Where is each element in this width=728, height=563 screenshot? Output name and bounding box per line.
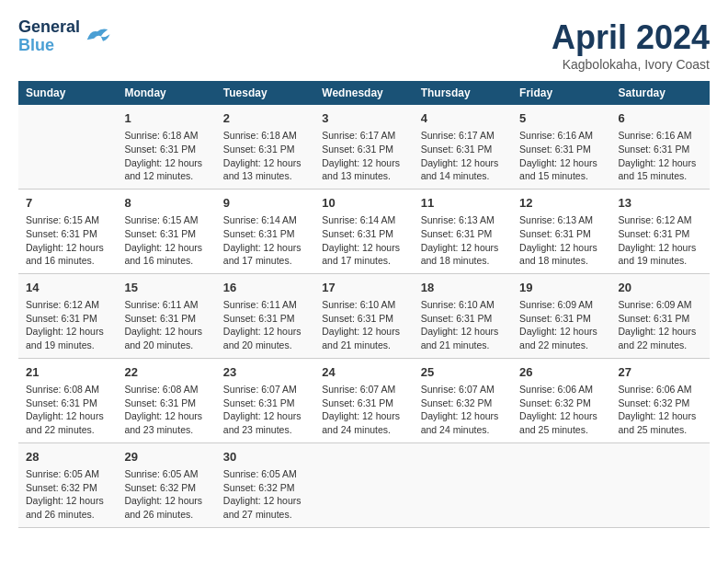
day-number: 7 [26, 195, 109, 212]
calendar-cell: 16Sunrise: 6:11 AM Sunset: 6:31 PM Dayli… [216, 273, 314, 358]
calendar-cell: 14Sunrise: 6:12 AM Sunset: 6:31 PM Dayli… [18, 273, 117, 358]
day-info: Sunrise: 6:07 AM Sunset: 6:32 PM Dayligh… [421, 383, 505, 437]
weekday-header: Tuesday [216, 81, 314, 105]
calendar-week-row: 1Sunrise: 6:18 AM Sunset: 6:31 PM Daylig… [18, 105, 710, 189]
day-info: Sunrise: 6:10 AM Sunset: 6:31 PM Dayligh… [421, 298, 505, 352]
calendar-cell: 20Sunrise: 6:09 AM Sunset: 6:31 PM Dayli… [611, 273, 710, 358]
day-number: 23 [223, 364, 307, 381]
calendar-cell: 27Sunrise: 6:06 AM Sunset: 6:32 PM Dayli… [611, 358, 710, 442]
day-info: Sunrise: 6:07 AM Sunset: 6:31 PM Dayligh… [223, 383, 307, 437]
day-info: Sunrise: 6:05 AM Sunset: 6:32 PM Dayligh… [223, 467, 307, 522]
day-number: 2 [223, 110, 307, 127]
day-info: Sunrise: 6:13 AM Sunset: 6:31 PM Dayligh… [519, 213, 603, 268]
logo-bird-icon [84, 25, 111, 48]
weekday-header: Friday [512, 81, 610, 105]
calendar-cell: 21Sunrise: 6:08 AM Sunset: 6:31 PM Dayli… [18, 358, 117, 442]
calendar-cell: 8Sunrise: 6:15 AM Sunset: 6:31 PM Daylig… [117, 189, 215, 273]
weekday-header: Thursday [414, 81, 512, 105]
calendar-cell: 9Sunrise: 6:14 AM Sunset: 6:31 PM Daylig… [216, 189, 314, 273]
calendar-cell: 10Sunrise: 6:14 AM Sunset: 6:31 PM Dayli… [314, 189, 413, 273]
day-info: Sunrise: 6:16 AM Sunset: 6:31 PM Dayligh… [519, 129, 603, 183]
calendar-week-row: 21Sunrise: 6:08 AM Sunset: 6:31 PM Dayli… [18, 358, 710, 442]
day-number: 10 [322, 195, 405, 212]
weekday-header: Monday [117, 81, 215, 105]
day-info: Sunrise: 6:09 AM Sunset: 6:31 PM Dayligh… [619, 298, 702, 352]
day-number: 30 [223, 449, 307, 465]
day-number: 16 [223, 280, 307, 296]
day-number: 15 [124, 280, 208, 296]
weekday-header: Wednesday [314, 81, 413, 105]
calendar-cell: 5Sunrise: 6:16 AM Sunset: 6:31 PM Daylig… [512, 105, 610, 189]
day-info: Sunrise: 6:06 AM Sunset: 6:32 PM Dayligh… [519, 383, 603, 437]
calendar-cell: 7Sunrise: 6:15 AM Sunset: 6:31 PM Daylig… [18, 189, 117, 273]
calendar-cell [314, 442, 413, 527]
calendar-body: 1Sunrise: 6:18 AM Sunset: 6:31 PM Daylig… [18, 105, 710, 527]
day-info: Sunrise: 6:10 AM Sunset: 6:31 PM Dayligh… [322, 298, 405, 352]
calendar-cell: 18Sunrise: 6:10 AM Sunset: 6:31 PM Dayli… [414, 273, 512, 358]
day-number: 17 [322, 280, 405, 296]
day-info: Sunrise: 6:11 AM Sunset: 6:31 PM Dayligh… [124, 298, 208, 352]
day-info: Sunrise: 6:09 AM Sunset: 6:31 PM Dayligh… [519, 298, 603, 352]
day-info: Sunrise: 6:13 AM Sunset: 6:31 PM Dayligh… [421, 213, 505, 268]
calendar-cell: 29Sunrise: 6:05 AM Sunset: 6:32 PM Dayli… [117, 442, 215, 527]
day-number: 22 [124, 364, 208, 381]
day-info: Sunrise: 6:15 AM Sunset: 6:31 PM Dayligh… [124, 213, 208, 268]
day-info: Sunrise: 6:08 AM Sunset: 6:31 PM Dayligh… [26, 383, 109, 437]
day-number: 26 [519, 364, 603, 381]
day-number: 25 [421, 364, 505, 381]
calendar-week-row: 14Sunrise: 6:12 AM Sunset: 6:31 PM Dayli… [18, 273, 710, 358]
calendar-cell: 28Sunrise: 6:05 AM Sunset: 6:32 PM Dayli… [18, 442, 117, 527]
day-number: 29 [124, 449, 208, 465]
day-number: 4 [421, 110, 505, 127]
calendar-cell: 13Sunrise: 6:12 AM Sunset: 6:31 PM Dayli… [611, 189, 710, 273]
day-info: Sunrise: 6:15 AM Sunset: 6:31 PM Dayligh… [26, 213, 109, 268]
calendar-week-row: 7Sunrise: 6:15 AM Sunset: 6:31 PM Daylig… [18, 189, 710, 273]
month-title: April 2024 [552, 18, 710, 57]
day-number: 21 [26, 364, 109, 381]
day-number: 20 [619, 280, 702, 296]
calendar-header: SundayMondayTuesdayWednesdayThursdayFrid… [18, 81, 710, 105]
calendar-week-row: 28Sunrise: 6:05 AM Sunset: 6:32 PM Dayli… [18, 442, 710, 527]
day-info: Sunrise: 6:08 AM Sunset: 6:31 PM Dayligh… [124, 383, 208, 437]
day-number: 6 [619, 110, 702, 127]
day-number: 9 [223, 195, 307, 212]
logo: GeneralBlue [18, 18, 111, 55]
day-info: Sunrise: 6:05 AM Sunset: 6:32 PM Dayligh… [124, 467, 208, 522]
calendar-cell: 24Sunrise: 6:07 AM Sunset: 6:31 PM Dayli… [314, 358, 413, 442]
day-info: Sunrise: 6:16 AM Sunset: 6:31 PM Dayligh… [619, 129, 702, 183]
calendar-cell: 19Sunrise: 6:09 AM Sunset: 6:31 PM Dayli… [512, 273, 610, 358]
calendar-cell [414, 442, 512, 527]
day-info: Sunrise: 6:18 AM Sunset: 6:31 PM Dayligh… [223, 129, 307, 183]
day-number: 1 [124, 110, 208, 127]
calendar-cell: 26Sunrise: 6:06 AM Sunset: 6:32 PM Dayli… [512, 358, 610, 442]
day-number: 12 [519, 195, 603, 212]
day-number: 18 [421, 280, 505, 296]
title-area: April 2024 Kagbolokaha, Ivory Coast [552, 18, 710, 72]
day-number: 5 [519, 110, 603, 127]
calendar-cell: 12Sunrise: 6:13 AM Sunset: 6:31 PM Dayli… [512, 189, 610, 273]
day-info: Sunrise: 6:12 AM Sunset: 6:31 PM Dayligh… [619, 213, 702, 268]
calendar-cell: 30Sunrise: 6:05 AM Sunset: 6:32 PM Dayli… [216, 442, 314, 527]
day-number: 28 [26, 449, 109, 465]
day-info: Sunrise: 6:17 AM Sunset: 6:31 PM Dayligh… [322, 129, 405, 183]
calendar-cell: 6Sunrise: 6:16 AM Sunset: 6:31 PM Daylig… [611, 105, 710, 189]
header: GeneralBlue April 2024 Kagbolokaha, Ivor… [18, 18, 710, 72]
header-row: SundayMondayTuesdayWednesdayThursdayFrid… [18, 81, 710, 105]
day-info: Sunrise: 6:11 AM Sunset: 6:31 PM Dayligh… [223, 298, 307, 352]
day-number: 13 [619, 195, 702, 212]
calendar-cell: 11Sunrise: 6:13 AM Sunset: 6:31 PM Dayli… [414, 189, 512, 273]
calendar-cell: 2Sunrise: 6:18 AM Sunset: 6:31 PM Daylig… [216, 105, 314, 189]
calendar-table: SundayMondayTuesdayWednesdayThursdayFrid… [18, 81, 710, 528]
day-number: 14 [26, 280, 109, 296]
day-info: Sunrise: 6:07 AM Sunset: 6:31 PM Dayligh… [322, 383, 405, 437]
day-info: Sunrise: 6:18 AM Sunset: 6:31 PM Dayligh… [124, 129, 208, 183]
day-number: 8 [124, 195, 208, 212]
calendar-cell: 23Sunrise: 6:07 AM Sunset: 6:31 PM Dayli… [216, 358, 314, 442]
calendar-cell: 3Sunrise: 6:17 AM Sunset: 6:31 PM Daylig… [314, 105, 413, 189]
calendar-cell: 1Sunrise: 6:18 AM Sunset: 6:31 PM Daylig… [117, 105, 215, 189]
day-info: Sunrise: 6:12 AM Sunset: 6:31 PM Dayligh… [26, 298, 109, 352]
weekday-header: Sunday [18, 81, 117, 105]
calendar-cell: 22Sunrise: 6:08 AM Sunset: 6:31 PM Dayli… [117, 358, 215, 442]
location-title: Kagbolokaha, Ivory Coast [552, 57, 710, 72]
day-info: Sunrise: 6:14 AM Sunset: 6:31 PM Dayligh… [322, 213, 405, 268]
